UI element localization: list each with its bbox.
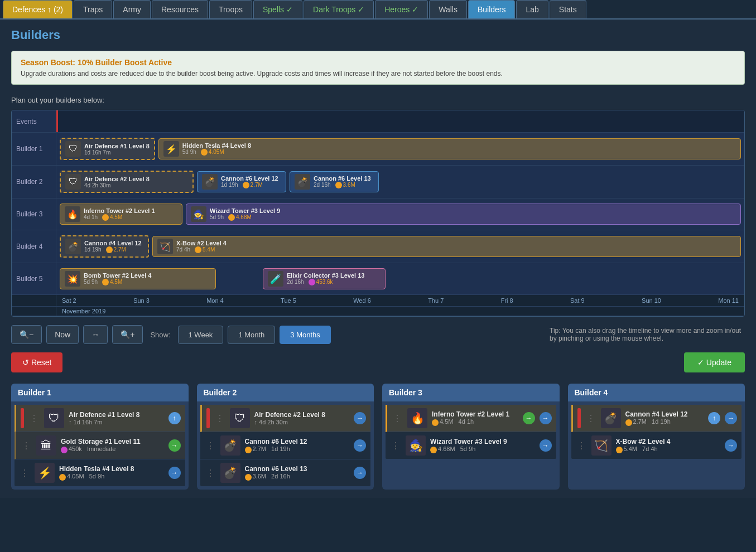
b3-go-2[interactable]: →	[540, 439, 552, 452]
air-defence-icon: 🛡	[65, 141, 81, 157]
page-title: Builders	[11, 28, 745, 42]
tl-elixir-collector[interactable]: 🧪 Elixir Collector #3 Level 13 2d 16h 45…	[263, 268, 386, 289]
date-row: Sat 2 Sun 3 Mon 4 Tue 5 Wed 6 Thu 7 Fri …	[12, 295, 744, 307]
date-wed6: Wed 6	[353, 297, 371, 304]
builder4-card: Builder 4 ⋮ 💣 Cannon #4 Level 12 2.7M 1d…	[568, 384, 745, 490]
tab-defences[interactable]: Defences ↑ (2)	[3, 0, 73, 18]
builder2-card: Builder 2 ⋮ 🛡 Air Defence #2 Level 8 ↑ 4…	[197, 384, 374, 490]
plan-label: Plan out your builders below:	[11, 96, 745, 104]
b4-item-cannon: ⋮ 💣 Cannon #4 Level 12 2.7M 1d 19h ↑ →	[571, 405, 742, 432]
b2-go-3[interactable]: →	[354, 467, 366, 479]
cannon-6-13-icon: 💣	[295, 174, 310, 190]
item-go-arrow[interactable]: →	[168, 439, 181, 452]
tl-cannon-4[interactable]: 💣 Cannon #4 Level 12 1d 19h 2.7M	[60, 235, 149, 258]
hidden-tesla-icon: ⚡	[163, 141, 179, 157]
tl-inferno-tower[interactable]: 🔥 Inferno Tower #2 Level 1 4d 1h 4.5M	[60, 204, 182, 225]
cannon-6-12-icon: 💣	[202, 174, 218, 190]
builder1-label: Builder 1	[12, 133, 56, 165]
events-row: Events	[12, 110, 744, 133]
events-content	[56, 110, 744, 132]
b4-cannon-icon: 💣	[601, 408, 621, 428]
zoom-out-button[interactable]: 🔍−	[11, 325, 42, 344]
tab-troops[interactable]: Troops	[209, 0, 252, 18]
tab-spells[interactable]: Spells ✓	[253, 0, 302, 18]
builder1-card-body: ⋮ 🛡 Air Defence #1 Level 8 ↑ 1d 16h 7m ↑…	[13, 404, 186, 487]
drag-handle-3[interactable]: ⋮	[19, 468, 30, 478]
b4-up-1[interactable]: ↑	[708, 412, 720, 424]
b1-item-air-defence: ⋮ 🛡 Air Defence #1 Level 8 ↑ 1d 16h 7m ↑	[15, 405, 185, 432]
b4-drag-1[interactable]: ⋮	[585, 413, 596, 424]
b3-go-1[interactable]: →	[523, 412, 535, 424]
tl-air-defence-1[interactable]: 🛡 Air Defence #1 Level 8 1d 16h 7m	[60, 138, 155, 160]
elixir-collector-icon: 🧪	[268, 271, 283, 287]
drag-handle-2[interactable]: ⋮	[21, 440, 32, 451]
show-label: Show:	[150, 331, 170, 339]
b4-go-2[interactable]: →	[725, 439, 737, 452]
builder4-row: Builder 4 💣 Cannon #4 Level 12 1d 19h 2.…	[12, 230, 744, 263]
b2-drag-2[interactable]: ⋮	[205, 440, 216, 451]
tab-heroes[interactable]: Heroes ✓	[375, 0, 428, 18]
wizard-tower-icon: 🧙	[191, 206, 206, 222]
b3-drag-2[interactable]: ⋮	[390, 440, 401, 451]
tl-cannon-6-13[interactable]: 💣 Cannon #6 Level 13 2d 16h 3.6M	[290, 171, 379, 192]
date-mon11: Mon 11	[718, 297, 739, 304]
tab-army[interactable]: Army	[113, 0, 151, 18]
tab-resources[interactable]: Resources	[152, 0, 208, 18]
b2-drag-1[interactable]: ⋮	[214, 413, 225, 424]
tab-lab[interactable]: Lab	[516, 0, 548, 18]
tab-builders[interactable]: Builders	[468, 0, 516, 18]
builder3-row: Builder 3 🔥 Inferno Tower #2 Level 1 4d …	[12, 198, 744, 230]
tl-wizard-tower[interactable]: 🧙 Wizard Tower #3 Level 9 5d 9h 4.68M	[186, 204, 741, 225]
date-sun10: Sun 10	[642, 297, 661, 304]
b3-drag-1[interactable]: ⋮	[392, 413, 403, 424]
tab-dark-troops[interactable]: Dark Troops ✓	[304, 0, 374, 18]
tl-air-defence-2[interactable]: 🛡 Air Defence #2 Level 8 4d 2h 30m	[60, 171, 194, 193]
b4-go-1[interactable]: →	[725, 412, 737, 424]
tab-walls[interactable]: Walls	[429, 0, 467, 18]
show-3months-button[interactable]: 3 Months	[280, 326, 330, 344]
tl-xbow[interactable]: 🏹 X-Bow #2 Level 4 7d 4h 5.4M	[152, 236, 741, 257]
item-up-arrow[interactable]: ↑	[168, 412, 181, 424]
bomb-tower-icon: 💥	[65, 271, 80, 287]
builder4-content: 💣 Cannon #4 Level 12 1d 19h 2.7M 🏹	[56, 230, 744, 263]
b1-item-gold-storage: ⋮ 🏛 Gold Storage #1 Level 11 450k Immedi…	[15, 432, 185, 459]
b2-go-2[interactable]: →	[354, 439, 366, 452]
b4-item-xbow: ⋮ 🏹 X-Bow #2 Level 4 5.4M 7d 4h →	[571, 432, 742, 459]
b3-go-1b[interactable]: →	[540, 412, 552, 424]
now-button[interactable]: Now	[46, 325, 79, 344]
tab-traps[interactable]: Traps	[74, 0, 112, 18]
item-go-arrow-2[interactable]: →	[168, 467, 181, 479]
date-sat9: Sat 9	[570, 297, 585, 304]
builder2-content: 🛡 Air Defence #2 Level 8 4d 2h 30m 💣 Can…	[56, 166, 744, 198]
tab-stats[interactable]: Stats	[550, 0, 586, 18]
show-1week-button[interactable]: 1 Week	[178, 326, 224, 344]
controls-row: 🔍− Now ↔ 🔍+ Show: 1 Week 1 Month 3 Month…	[11, 325, 745, 344]
builders-grid: Builder 1 ⋮ 🛡 Air Defence #1 Level 8 ↑ 1…	[11, 384, 745, 490]
zoom-in-button[interactable]: 🔍+	[112, 325, 143, 344]
reset-button[interactable]: ↺ Reset	[11, 352, 62, 372]
b2-go-1[interactable]: →	[354, 412, 366, 424]
b4-drag-2[interactable]: ⋮	[576, 440, 587, 451]
b2-drag-3[interactable]: ⋮	[205, 468, 216, 478]
date-labels: Sat 2 Sun 3 Mon 4 Tue 5 Wed 6 Thu 7 Fri …	[56, 295, 744, 306]
tl-cannon-6-12[interactable]: 💣 Cannon #6 Level 12 1d 19h 2.7M	[197, 171, 286, 192]
update-button[interactable]: ✓ Update	[684, 352, 745, 372]
timeline: Events Builder 1 🛡 Air Defence #1 Level …	[11, 110, 745, 317]
inferno-tower-icon: 🔥	[65, 206, 80, 222]
builder1-row: Builder 1 🛡 Air Defence #1 Level 8 1d 16…	[12, 133, 744, 166]
builder3-card-body: ⋮ 🔥 Inferno Tower #2 Level 1 4.5M 4d 1h …	[384, 404, 557, 460]
tl-hidden-tesla[interactable]: ⚡ Hidden Tesla #4 Level 8 5d 9h 4.05M	[158, 138, 741, 159]
month-label: November 2019	[56, 307, 111, 316]
tl-bomb-tower[interactable]: 💥 Bomb Tower #2 Level 4 5d 9h 4.5M	[60, 268, 216, 289]
builder5-row: Builder 5 💥 Bomb Tower #2 Level 4 5d 9h …	[12, 263, 744, 295]
events-label: Events	[12, 110, 56, 132]
fit-button[interactable]: ↔	[83, 325, 108, 344]
date-thu7: Thu 7	[428, 297, 444, 304]
boost-banner: Season Boost: 10% Builder Boost Active U…	[11, 51, 745, 85]
month-row: November 2019	[12, 307, 744, 316]
show-1month-button[interactable]: 1 Month	[228, 326, 275, 344]
cannon-4-icon: 💣	[65, 239, 81, 254]
builder2-label: Builder 2	[12, 166, 56, 198]
b2-cannon-13-icon: 💣	[220, 463, 240, 483]
drag-handle[interactable]: ⋮	[28, 413, 40, 424]
